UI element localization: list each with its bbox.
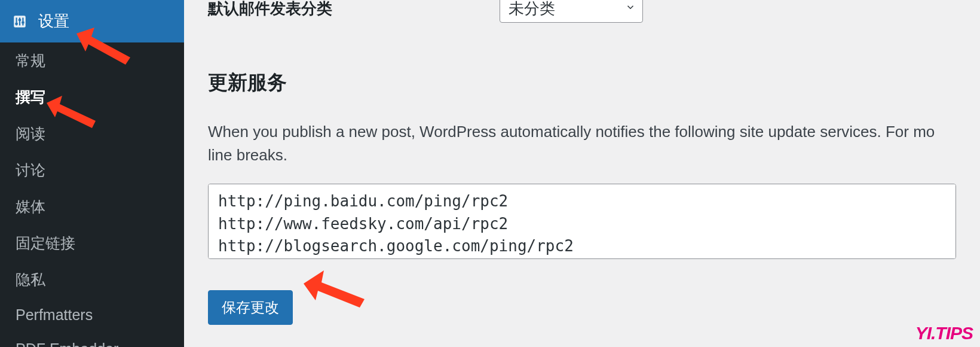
default-category-select[interactable]: 未分类 bbox=[500, 0, 643, 23]
svg-rect-6 bbox=[22, 22, 24, 23]
sliders-icon bbox=[12, 14, 27, 29]
sidebar-item-reading[interactable]: 阅读 bbox=[0, 115, 184, 152]
default-category-row: 默认邮件发表分类 未分类 bbox=[208, 0, 956, 23]
update-services-heading: 更新服务 bbox=[208, 69, 956, 96]
sidebar-header-settings[interactable]: 设置 bbox=[0, 0, 184, 42]
sidebar-item-privacy[interactable]: 隐私 bbox=[0, 261, 184, 298]
sidebar-item-media[interactable]: 媒体 bbox=[0, 188, 184, 225]
svg-rect-2 bbox=[19, 17, 20, 25]
svg-rect-4 bbox=[15, 23, 17, 25]
svg-rect-5 bbox=[19, 19, 21, 20]
sidebar-item-general[interactable]: 常规 bbox=[0, 42, 184, 79]
default-category-label: 默认邮件发表分类 bbox=[208, 0, 332, 19]
sidebar-header-label: 设置 bbox=[38, 11, 69, 32]
update-services-description: When you publish a new post, WordPress a… bbox=[208, 120, 956, 167]
default-category-select-wrap: 未分类 bbox=[500, 0, 643, 23]
watermark: YI.TIPS bbox=[915, 323, 973, 343]
save-button[interactable]: 保存更改 bbox=[208, 290, 293, 325]
settings-sidebar: 设置 常规 撰写 阅读 讨论 媒体 固定链接 隐私 Perfmatters PD… bbox=[0, 0, 184, 347]
sidebar-item-perfmatters[interactable]: Perfmatters bbox=[0, 298, 184, 332]
sidebar-item-writing[interactable]: 撰写 bbox=[0, 79, 184, 115]
main-content: 默认邮件发表分类 未分类 更新服务 When you publish a new… bbox=[184, 0, 980, 347]
sidebar-item-permalinks[interactable]: 固定链接 bbox=[0, 225, 184, 261]
sidebar-item-pdf-embedder[interactable]: PDF Embedder bbox=[0, 332, 184, 347]
ping-services-textarea[interactable] bbox=[208, 184, 956, 259]
sidebar-item-discussion[interactable]: 讨论 bbox=[0, 152, 184, 188]
